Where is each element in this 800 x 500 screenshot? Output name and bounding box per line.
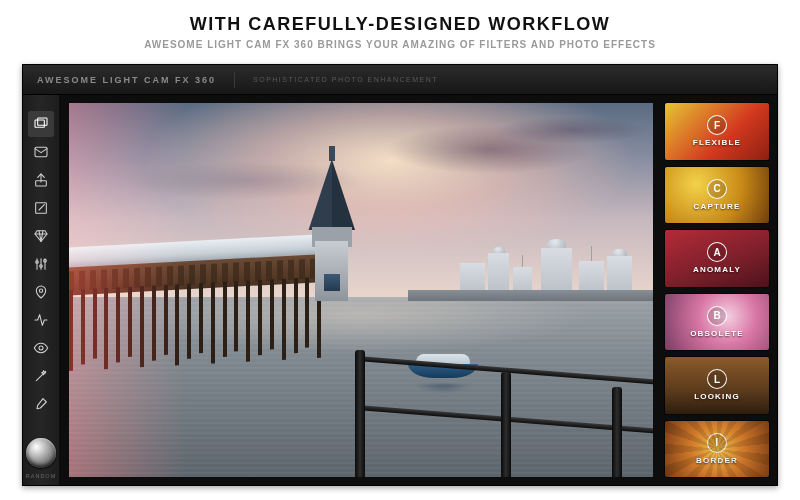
eye-icon[interactable] xyxy=(28,335,54,361)
filter-label: LOOKING xyxy=(694,392,740,401)
activity-icon[interactable] xyxy=(28,307,54,333)
title-divider xyxy=(234,72,235,88)
photos-icon[interactable] xyxy=(28,111,54,137)
canvas-wrap xyxy=(59,95,661,485)
marketing-subhead: AWESOME LIGHT CAM FX 360 BRINGS YOUR AMA… xyxy=(0,39,800,50)
filter-label: OBSOLETE xyxy=(690,329,744,338)
edit-icon[interactable] xyxy=(28,195,54,221)
marketing-banner: WITH CAREFULLY-DESIGNED WORKFLOW AWESOME… xyxy=(0,0,800,58)
filter-flexible[interactable]: F FLEXIBLE xyxy=(665,103,769,160)
filter-label: FLEXIBLE xyxy=(693,138,741,147)
filter-badge: A xyxy=(707,242,727,262)
mail-icon[interactable] xyxy=(28,139,54,165)
svg-point-8 xyxy=(39,289,42,292)
app-name: AWESOME LIGHT CAM FX 360 xyxy=(37,75,216,85)
filter-obsolete[interactable]: B OBSOLETE xyxy=(665,294,769,351)
app-window: AWESOME LIGHT CAM FX 360 SOPHISTICATED P… xyxy=(22,64,778,486)
random-label: RANDOM xyxy=(26,473,56,479)
wand-icon[interactable] xyxy=(28,363,54,389)
svg-rect-2 xyxy=(35,147,47,156)
diamond-icon[interactable] xyxy=(28,223,54,249)
marketing-headline: WITH CAREFULLY-DESIGNED WORKFLOW xyxy=(0,14,800,35)
filter-border[interactable]: I BORDER xyxy=(665,421,769,478)
photo-canvas[interactable] xyxy=(69,103,653,477)
filter-badge: C xyxy=(707,179,727,199)
filter-looking[interactable]: L LOOKING xyxy=(665,357,769,414)
app-tagline: SOPHISTICATED PHOTO ENHANCEMENT xyxy=(253,76,438,83)
brush-icon[interactable] xyxy=(28,391,54,417)
filter-badge: F xyxy=(707,115,727,135)
share-icon[interactable] xyxy=(28,167,54,193)
filter-badge: B xyxy=(707,306,727,326)
workspace: RANDOM xyxy=(23,95,777,485)
svg-rect-0 xyxy=(35,120,44,127)
pin-icon[interactable] xyxy=(28,279,54,305)
filter-label: CAPTURE xyxy=(693,202,740,211)
random-knob[interactable] xyxy=(26,438,56,468)
filter-label: BORDER xyxy=(696,456,738,465)
filter-panel: F FLEXIBLE C CAPTURE A ANOMALY B OBSOLET… xyxy=(661,95,777,485)
filter-label: ANOMALY xyxy=(693,265,741,274)
svg-point-9 xyxy=(39,346,43,350)
filter-anomaly[interactable]: A ANOMALY xyxy=(665,230,769,287)
svg-rect-1 xyxy=(38,118,47,125)
filter-badge: I xyxy=(707,433,727,453)
left-toolbar: RANDOM xyxy=(23,95,59,485)
title-bar: AWESOME LIGHT CAM FX 360 SOPHISTICATED P… xyxy=(23,65,777,95)
filter-badge: L xyxy=(707,369,727,389)
filter-capture[interactable]: C CAPTURE xyxy=(665,167,769,224)
sliders-icon[interactable] xyxy=(28,251,54,277)
